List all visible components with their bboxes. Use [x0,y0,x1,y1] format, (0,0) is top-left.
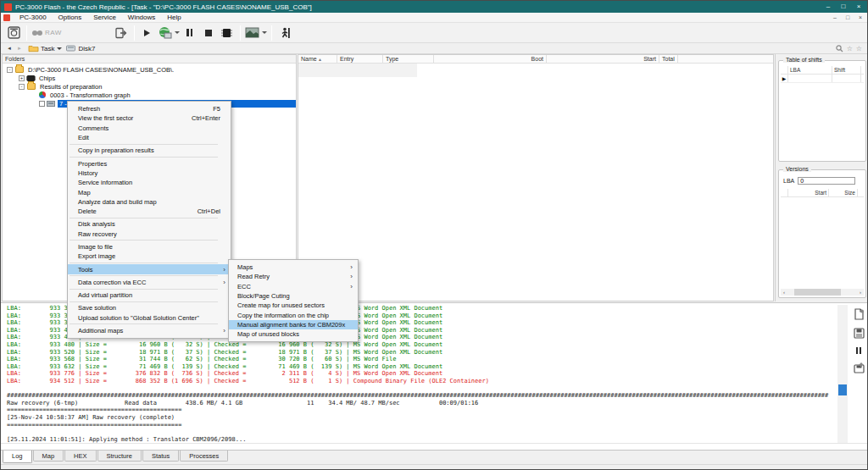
globe-read-icon[interactable] [158,25,180,41]
files-column-header[interactable]: Total [659,55,678,63]
context-menu-item[interactable]: View the first sector Ctrl+Enter [68,113,231,123]
context-menu-item[interactable]: Raw recovery [68,229,231,239]
log-vscrollbar[interactable] [837,305,848,444]
scrollbar-thumb[interactable] [838,384,847,395]
shifts-cell[interactable] [832,75,861,82]
menubar-item[interactable]: Help [161,13,186,22]
bottom-tab[interactable]: Status [142,451,179,462]
nav-back-icon[interactable]: ◄ [4,44,14,53]
bottom-tab[interactable]: Map [33,451,64,462]
start-icon[interactable] [139,25,156,41]
shifts-cell[interactable] [788,75,832,82]
lba-input[interactable] [798,177,855,185]
context-menu-item[interactable]: Edit [68,133,231,142]
files-column-header[interactable]: Start [547,55,659,63]
submenu-item[interactable]: Read Retry [229,272,358,281]
tree-item[interactable]: - D:\PC-3000 FLASH CASES\NONAME_USB_COB\… [3,65,296,74]
tree-checkbox[interactable] [39,101,45,107]
minimize-icon[interactable]: – [821,3,835,12]
mdi-restore-icon[interactable]: □ [843,14,853,22]
menubar-item[interactable]: Options [53,13,88,22]
log-hscrollbar[interactable] [1,443,868,450]
shifts-column-lba[interactable]: LBA [788,66,832,74]
context-menu-item[interactable]: Export image [68,252,231,261]
close-icon[interactable]: × [852,3,865,12]
mdi-minimize-icon[interactable]: – [830,14,840,22]
customize-star-icon[interactable]: ☆ [847,45,853,53]
context-menu-item[interactable]: Comments [68,124,231,133]
bottom-tab[interactable]: HEX [64,451,96,462]
context-menu-item[interactable]: Copy in preparation results [68,146,231,155]
bottom-tab[interactable]: Structure [97,451,142,462]
scroll-right-icon[interactable]: › [857,290,864,295]
tree-expander-icon[interactable]: - [7,67,13,73]
tree-expander-icon[interactable] [31,101,36,107]
scrollbar-thumb[interactable] [794,289,841,296]
context-menu-item[interactable]: Additional maps [68,326,231,335]
submenu-item[interactable]: ECC [229,282,358,291]
dropdown-arrow-icon[interactable] [262,31,267,34]
mdi-close-icon[interactable]: × [855,14,865,22]
clear-log-icon[interactable] [854,308,865,320]
bottom-tab[interactable]: Log [3,451,32,463]
tree-expander-icon[interactable]: + [19,75,25,81]
submenu-item[interactable]: Create map for unused sectors [229,301,358,310]
pause-log-icon[interactable] [855,346,862,355]
chip-icon[interactable] [219,25,236,41]
context-menu-item[interactable]: Refresh F5 [68,104,231,113]
tree-item[interactable]: - Results of preparation [3,82,296,91]
utility-status-icon[interactable] [5,25,22,41]
tree-expander-icon[interactable] [31,92,36,98]
context-menu-item[interactable]: Map [68,187,231,196]
context-menu-item[interactable]: Save solution [68,303,231,312]
context-menu-item[interactable]: Properties [68,158,231,168]
search-icon[interactable] [836,45,843,53]
context-menu-item[interactable]: Add virtual partition [68,290,231,300]
versions-column-size[interactable]: Size [829,189,858,196]
save-log-icon[interactable] [854,328,865,339]
save-selection-icon[interactable] [854,362,865,373]
tree-expander-icon[interactable]: - [19,84,25,90]
menubar-item[interactable]: Windows [122,13,161,22]
tree-item[interactable]: 0003 - Transformation graph [3,91,296,99]
context-menu-item[interactable]: Service information [68,178,231,187]
exit-task-icon[interactable] [113,25,130,41]
files-column-header[interactable]: Type [383,55,434,63]
context-menu-item[interactable]: Delete Ctrl+Del [68,207,231,216]
chevron-down-icon[interactable] [57,47,62,50]
context-menu-item[interactable]: Disk analysis [68,219,231,229]
scroll-left-icon[interactable]: ‹ [781,290,787,295]
files-column-header[interactable]: Name [298,55,337,63]
nav-forward-icon[interactable]: ► [14,44,25,53]
stop-icon[interactable] [200,25,217,41]
context-menu-item[interactable]: Data correction via ECC [68,278,231,287]
files-column-header[interactable]: Boot [434,55,547,63]
favorites-star-icon[interactable]: ☆ [856,45,862,53]
submenu-item[interactable]: Copy the information on the chip [229,310,358,319]
tree-item[interactable]: + Chips [3,74,296,82]
context-menu-item[interactable]: Analyze data and build map [68,197,231,207]
image-view-icon[interactable] [245,25,267,41]
context-menu-item[interactable]: Upload solution to "Global Solution Cent… [68,313,231,323]
breadcrumb-disk[interactable]: Disk7 [66,45,95,53]
submenu-item[interactable]: Block/Page Cuting [229,291,358,301]
shifts-column-shift[interactable]: Shift [832,66,861,74]
pause-icon[interactable] [181,25,198,41]
context-menu-item[interactable]: History [68,169,231,178]
submenu-item[interactable]: Manual alignment banks for CBM209x [229,320,358,329]
submenu-item[interactable]: Map of unused blocks [229,329,358,339]
process-runner-icon[interactable] [276,25,293,41]
breadcrumb-task[interactable]: Task [29,45,62,53]
submenu-item[interactable]: Maps [229,263,358,272]
maximize-icon[interactable]: □ [837,3,850,12]
files-column-header[interactable]: Entry [337,55,383,63]
menubar-item[interactable]: Service [87,13,122,22]
versions-hscrollbar[interactable]: ‹ › [781,289,864,296]
versions-column-start[interactable]: Start [788,189,829,196]
dropdown-arrow-icon[interactable] [175,31,180,34]
bottom-tab[interactable]: Processes [180,451,228,462]
context-menu-item[interactable]: Tools [68,264,231,274]
search-raw-icon[interactable]: RAW [31,25,62,41]
menubar-item[interactable]: PC-3000 [14,13,53,22]
context-menu-item[interactable]: Image to file [68,242,231,252]
